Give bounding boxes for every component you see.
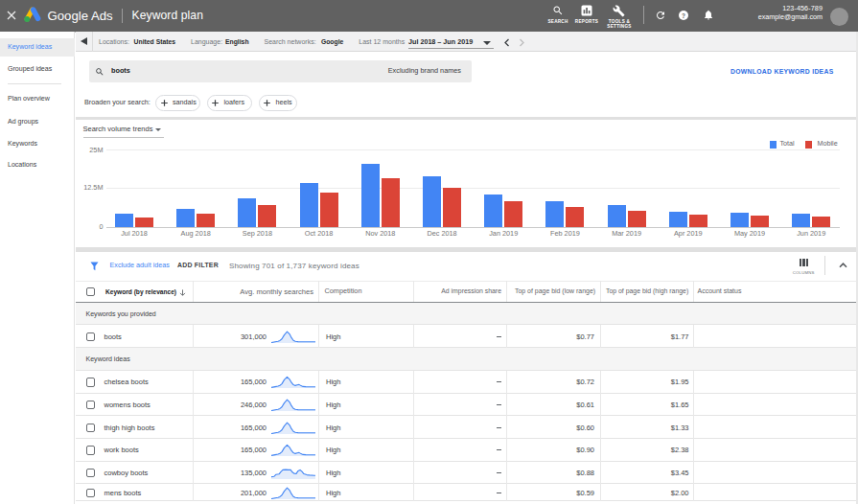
svg-text:?: ? bbox=[682, 12, 685, 19]
